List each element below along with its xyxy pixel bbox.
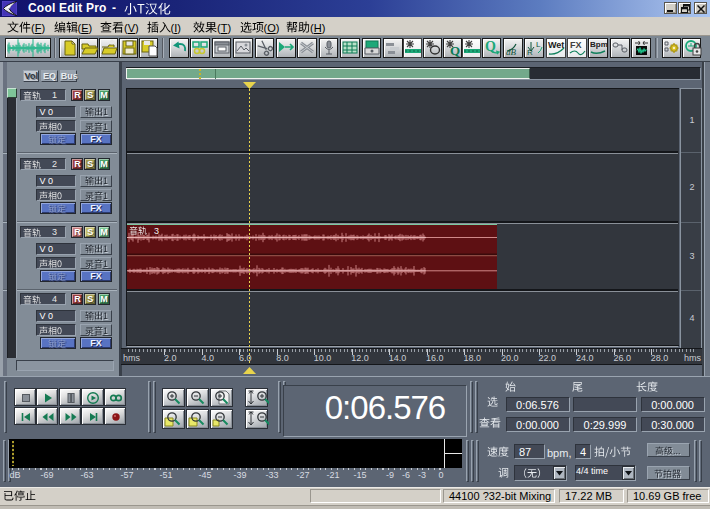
svg-text:FX: FX [570, 40, 582, 50]
svg-text:dB: dB [506, 47, 517, 57]
svg-text:Q: Q [485, 39, 496, 54]
svg-text:L: L [536, 40, 541, 49]
svg-text:Q: Q [450, 43, 460, 57]
svg-text:R: R [527, 48, 533, 57]
svg-text:Wet: Wet [548, 40, 564, 50]
svg-text:Bpm: Bpm [590, 40, 608, 49]
